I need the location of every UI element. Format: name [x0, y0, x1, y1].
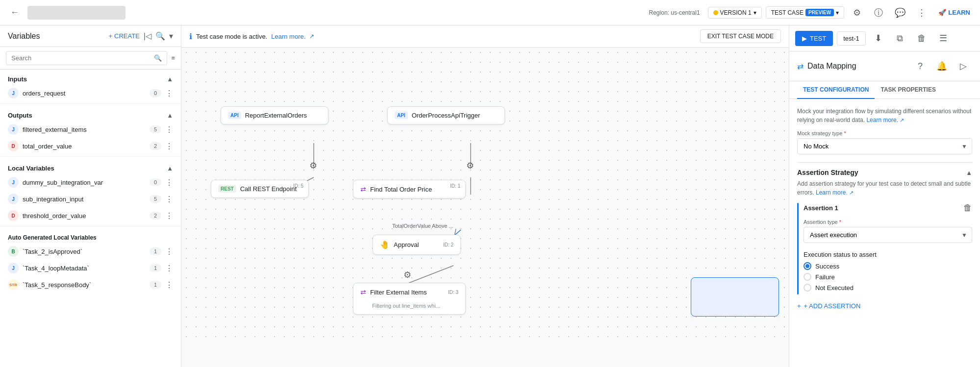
collapse-sidebar-button[interactable]: |◁ — [144, 31, 151, 41]
left-sidebar: Variables + CREATE |◁ 🔍 ▾ 🔍 ≡ Inputs — [0, 25, 181, 367]
variable-name: `Task_4_loopMetadata` — [23, 265, 146, 272]
canvas-inner[interactable]: API ReportExternalOrders ⚙ API OrderProc… — [181, 48, 789, 346]
assertion-1-label: Assertion 1 — [804, 204, 838, 212]
create-icon: + — [108, 32, 112, 40]
feedback-button[interactable]: 💬 — [891, 4, 909, 22]
variable-menu-icon[interactable]: ⋮ — [165, 89, 173, 98]
list-item[interactable]: STR `Task_5_responseBody` 1 ⋮ — [0, 276, 181, 293]
gear-icon-approval[interactable]: ⚙ — [400, 267, 415, 283]
settings-button[interactable]: ⚙ — [848, 4, 866, 22]
delete-assertion-button[interactable]: 🗑 — [963, 203, 972, 213]
list-item[interactable]: D total_order_value 2 ⋮ — [0, 138, 181, 154]
node-approval[interactable]: 🤚 Approval ID: 2 — [373, 235, 461, 255]
tab-test-configuration[interactable]: TEST CONFIGURATION — [797, 81, 875, 99]
radio-failure-label: Failure — [815, 273, 835, 281]
panel-help-button[interactable]: ? — [911, 57, 929, 75]
main-layout: Variables + CREATE |◁ 🔍 ▾ 🔍 ≡ Inputs — [0, 25, 980, 367]
node-find-total-order-price[interactable]: ⇄ Find Total Order Price ID: 1 — [353, 180, 466, 198]
node-description: Filtering out line_items whi... — [372, 303, 440, 309]
version-caret-icon: ▾ — [754, 9, 756, 16]
variable-count: 0 — [150, 178, 161, 186]
assertion-collapse-icon[interactable]: ▲ — [966, 169, 972, 176]
panel-expand-button[interactable]: ▷ — [955, 57, 972, 75]
auto-vars-label: Auto Generated Local Variables — [8, 234, 97, 241]
radio-success[interactable]: Success — [804, 262, 972, 270]
back-button[interactable]: ← — [6, 4, 24, 22]
list-item[interactable]: D threshold_order_value 2 ⋮ — [0, 207, 181, 224]
info-button[interactable]: ⓘ — [870, 4, 887, 22]
assertion-1-header: Assertion 1 🗑 — [804, 203, 972, 213]
assertion-learn-link[interactable]: Learn more. — [816, 189, 848, 196]
copy-test-button[interactable]: ⧉ — [891, 29, 909, 47]
node-label: Call REST Endpoint — [240, 185, 297, 193]
list-item[interactable]: B `Task_2_isApproved` 1 ⋮ — [0, 243, 181, 260]
inputs-toggle[interactable]: ▲ — [167, 75, 173, 83]
node-type-api-2: API — [395, 112, 408, 119]
version-status-dot — [713, 10, 718, 15]
radio-success-circle[interactable] — [804, 262, 811, 270]
top-header: ← Region: us-central1 VERSION 1 ▾ TEST C… — [0, 0, 980, 25]
required-mark: * — [844, 130, 846, 136]
gear-icon-trigger[interactable]: ⚙ — [462, 158, 478, 173]
variable-menu-icon[interactable]: ⋮ — [165, 195, 173, 204]
local-vars-label: Local Variables — [8, 165, 54, 172]
variable-menu-icon[interactable]: ⋮ — [165, 178, 173, 187]
learn-more-link[interactable]: Learn more. — [271, 33, 305, 40]
sidebar-more-button[interactable]: ▾ — [169, 31, 173, 41]
play-icon: ▶ — [802, 35, 807, 42]
test-case-chip[interactable]: TEST CASE PREVIEW ▾ — [766, 6, 845, 19]
exit-test-case-button[interactable]: EXIT TEST CASE MODE — [700, 29, 781, 43]
delete-test-button[interactable]: 🗑 — [913, 29, 930, 47]
test-menu-button[interactable]: ☰ — [934, 29, 952, 47]
list-item[interactable]: J dummy_sub_integration_var 0 ⋮ — [0, 174, 181, 191]
data-mapping-panel-icon: ⇄ — [797, 62, 804, 71]
version-chip[interactable]: VERSION 1 ▾ — [708, 7, 762, 19]
assertion-type-select-wrapper: Assert execution ▼ — [804, 227, 972, 243]
radio-not-executed[interactable]: Not Executed — [804, 284, 972, 292]
variable-menu-icon[interactable]: ⋮ — [165, 142, 173, 151]
list-item[interactable]: J orders_request 0 ⋮ — [0, 85, 181, 101]
node-label: Filter External Items — [370, 289, 427, 296]
node-report-external-orders[interactable]: API ReportExternalOrders — [221, 106, 328, 124]
tab-task-properties[interactable]: TASK PROPERTIES — [875, 81, 941, 99]
variable-menu-icon[interactable]: ⋮ — [165, 280, 173, 290]
type-badge-json: J — [8, 177, 19, 188]
variable-count: 2 — [150, 212, 161, 220]
panel-content: Mock your integration flow by simulating… — [789, 99, 980, 367]
mock-learn-link[interactable]: Learn more. — [866, 117, 898, 123]
list-item[interactable]: J sub_integration_input 5 ⋮ — [0, 191, 181, 207]
radio-failure[interactable]: Failure — [804, 273, 972, 281]
assertion-type-select[interactable]: Assert execution — [804, 227, 972, 243]
outputs-label: Outputs — [8, 112, 32, 119]
search-toggle-button[interactable]: 🔍 — [155, 31, 165, 41]
download-test-button[interactable]: ⬇ — [870, 29, 887, 47]
variable-menu-icon[interactable]: ⋮ — [165, 211, 173, 220]
radio-failure-circle[interactable] — [804, 273, 811, 281]
variable-menu-icon[interactable]: ⋮ — [165, 247, 173, 256]
outputs-toggle[interactable]: ▲ — [167, 112, 173, 119]
type-badge-double: D — [8, 210, 19, 221]
panel-notifications-button[interactable]: 🔔 — [933, 57, 951, 75]
learn-button[interactable]: 🚀 LEARN — [934, 4, 974, 22]
mock-strategy-select[interactable]: No Mock — [797, 138, 972, 154]
more-menu-button[interactable]: ⋮ — [913, 4, 930, 22]
local-vars-toggle[interactable]: ▲ — [167, 165, 173, 172]
required-mark-2: * — [839, 219, 841, 225]
variable-menu-icon[interactable]: ⋮ — [165, 264, 173, 273]
run-test-button[interactable]: ▶ TEST — [795, 31, 833, 46]
search-submit-icon: 🔍 — [154, 54, 162, 62]
search-input[interactable] — [11, 54, 151, 62]
add-assertion-button[interactable]: + + ADD ASSERTION — [797, 298, 860, 314]
create-variable-button[interactable]: + CREATE — [108, 32, 139, 40]
gear-icon-report[interactable]: ⚙ — [305, 158, 321, 173]
radio-not-executed-circle[interactable] — [804, 284, 811, 292]
search-input-wrapper: 🔍 — [6, 51, 167, 65]
list-item[interactable]: J `Task_4_loopMetadata` 1 ⋮ — [0, 260, 181, 276]
list-item[interactable]: J filtered_external_items 5 ⋮ — [0, 121, 181, 138]
node-filter-external-items[interactable]: ⇄ Filter External Items ID: 3 Filtering … — [353, 283, 466, 315]
filter-icon[interactable]: ≡ — [171, 54, 175, 62]
node-order-process-trigger[interactable]: API OrderProcessApiTrigger — [387, 106, 505, 124]
assertion-description: Add assertion strategy for your test cas… — [797, 179, 972, 197]
node-call-rest-endpoint[interactable]: REST Call REST Endpoint ID: 5 — [211, 180, 309, 198]
variable-menu-icon[interactable]: ⋮ — [165, 125, 173, 134]
